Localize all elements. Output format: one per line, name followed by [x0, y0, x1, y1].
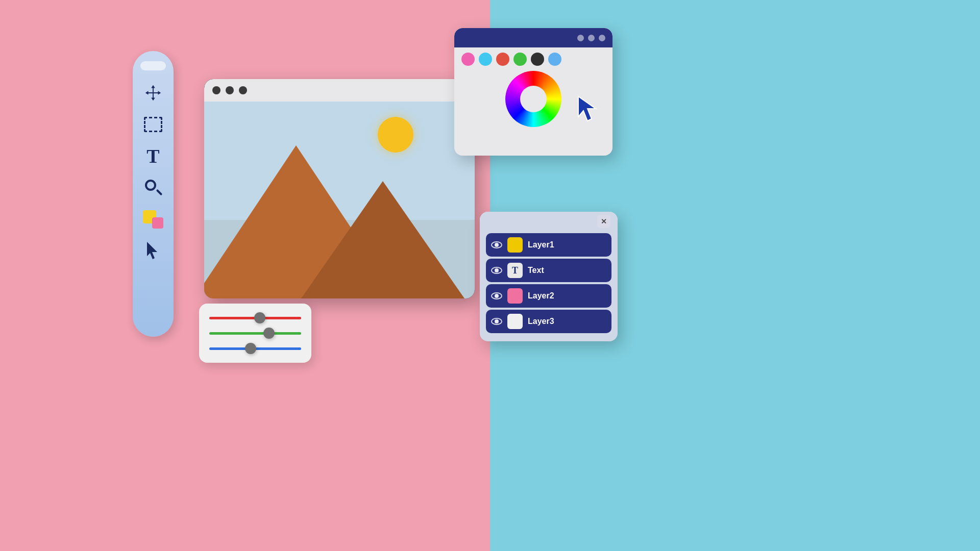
select-icon — [144, 117, 162, 132]
layer-item-layer3[interactable]: Layer3 — [486, 310, 611, 333]
blue-slider-thumb[interactable] — [245, 343, 256, 354]
color-wheel-area — [454, 71, 612, 132]
layers-titlebar: ✕ — [480, 212, 618, 231]
color-icon — [143, 210, 163, 229]
visibility-icon-layer2[interactable] — [491, 292, 502, 300]
green-slider-row — [209, 329, 301, 337]
visibility-icon-layer3[interactable] — [491, 317, 502, 325]
blue-slider-track — [209, 347, 301, 350]
minimize-button[interactable] — [226, 86, 234, 94]
search-tool[interactable] — [142, 177, 164, 199]
toolbar-handle — [140, 61, 166, 70]
cp-btn-2[interactable] — [588, 35, 595, 41]
layer-thumb-layer1 — [507, 237, 523, 253]
layer-item-text[interactable]: T Text — [486, 259, 611, 282]
red-slider-row — [209, 314, 301, 322]
toolbar: T — [133, 51, 174, 337]
red-slider-track — [209, 317, 301, 319]
swatch-green[interactable] — [513, 53, 527, 66]
window-canvas — [204, 102, 475, 298]
layer-thumb-text: T — [507, 263, 523, 278]
color-tool[interactable] — [142, 208, 164, 231]
layer-item-layer1[interactable]: Layer1 — [486, 233, 611, 257]
color-wheel-hole — [520, 86, 547, 112]
cursor-icon — [144, 241, 162, 261]
green-slider-track — [209, 332, 301, 335]
layers-close-button[interactable]: ✕ — [597, 215, 610, 228]
search-icon — [145, 180, 161, 196]
visibility-icon-layer1[interactable] — [491, 241, 502, 249]
select-tool[interactable] — [142, 113, 164, 136]
sliders-panel — [199, 304, 311, 363]
layer-name-layer1: Layer1 — [528, 240, 554, 249]
mountain-scene — [204, 102, 475, 298]
cursor-tool[interactable] — [142, 240, 164, 262]
layer-item-layer2[interactable]: Layer2 — [486, 284, 611, 308]
mountain-right — [301, 181, 464, 298]
swatch-blue[interactable] — [548, 53, 561, 66]
move-icon — [143, 83, 163, 103]
move-tool[interactable] — [142, 82, 164, 104]
text-icon: T — [146, 146, 159, 166]
swatch-red[interactable] — [496, 53, 509, 66]
green-slider-thumb[interactable] — [263, 328, 275, 339]
color-wheel[interactable] — [505, 71, 561, 127]
color-picker-titlebar — [454, 28, 612, 47]
swatch-cyan[interactable] — [479, 53, 492, 66]
main-window — [204, 79, 475, 298]
swatch-dark[interactable] — [531, 53, 544, 66]
color-swatches-row — [454, 47, 612, 71]
main-window-titlebar — [204, 79, 475, 102]
layer-name-layer2: Layer2 — [528, 291, 554, 300]
text-tool[interactable]: T — [142, 145, 164, 167]
color-cursor — [574, 94, 602, 127]
blue-slider-row — [209, 344, 301, 353]
layer-thumb-layer2 — [507, 288, 523, 304]
cp-btn-3[interactable] — [599, 35, 605, 41]
layer-name-layer3: Layer3 — [528, 317, 554, 326]
red-slider-thumb[interactable] — [254, 312, 265, 323]
layer-thumb-layer3 — [507, 314, 523, 329]
maximize-button[interactable] — [239, 86, 247, 94]
layers-panel: ✕ Layer1 T Text Layer2 Layer3 — [480, 212, 618, 341]
visibility-icon-text[interactable] — [491, 266, 502, 274]
color-picker-window — [454, 28, 612, 156]
close-button[interactable] — [212, 86, 220, 94]
layer-name-text: Text — [528, 266, 544, 275]
cp-btn-1[interactable] — [577, 35, 584, 41]
swatch-pink[interactable] — [461, 53, 475, 66]
